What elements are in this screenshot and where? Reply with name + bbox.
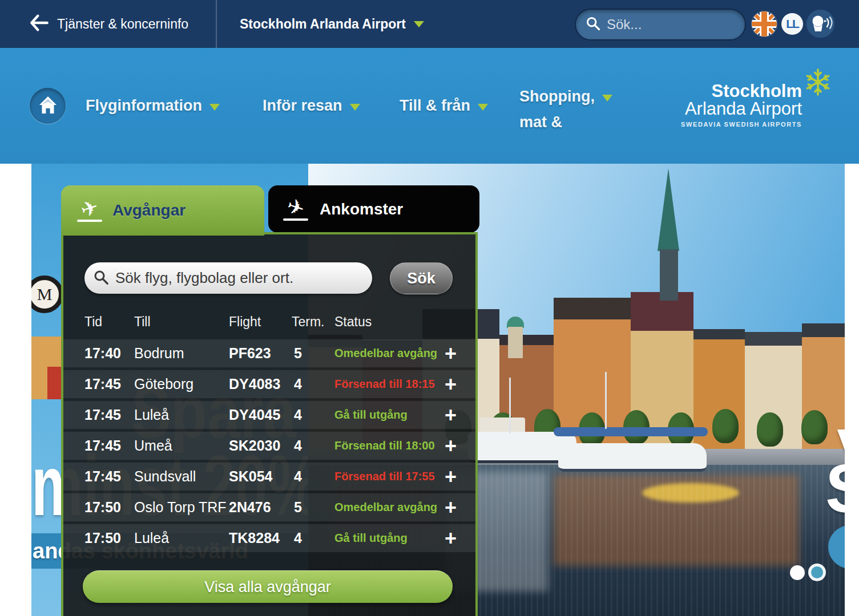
boat-canopy: [554, 427, 708, 436]
expand-plus-icon[interactable]: +: [445, 339, 457, 367]
logo-line2: Arlanda Airport: [681, 100, 802, 118]
flight-status: Gå till utgång: [334, 401, 408, 429]
nav-label: Shopping,: [519, 88, 595, 106]
col-till: Till: [134, 314, 151, 330]
chevron-down-icon: [414, 21, 424, 27]
airport-logo[interactable]: Stockholm Arlanda Airport SWEDAVIA SWEDI…: [681, 82, 802, 128]
flight-term: 4: [294, 370, 302, 398]
small-tower: [507, 317, 524, 328]
flight-time: 17:50: [84, 493, 121, 521]
col-term: Term.: [292, 314, 325, 330]
expand-plus-icon[interactable]: +: [445, 463, 457, 491]
flight-dest: Oslo Torp TRF: [134, 493, 227, 521]
flight-number: PF623: [229, 339, 271, 367]
departures-panel: Sök Tid Till Flight Term. Status 17:40 B…: [61, 232, 478, 616]
table-row: 17:50 Luleå TK8284 4 Gå till utgång +: [63, 524, 475, 552]
flight-status: Gå till utgång: [334, 524, 408, 552]
site-search: [575, 9, 746, 40]
expand-plus-icon[interactable]: +: [445, 524, 457, 552]
site-search-input[interactable]: [607, 17, 732, 33]
corporate-info-label: Tjänster & koncerninfo: [57, 17, 188, 32]
corporate-info-link[interactable]: Tjänster & koncerninfo: [30, 0, 188, 48]
tab-departures-label: Avgångar: [112, 201, 185, 220]
flight-number: TK8284: [229, 524, 280, 552]
flight-number: DY4045: [229, 401, 280, 429]
nav-label: Inför resan: [263, 97, 342, 115]
flight-search-input[interactable]: [115, 269, 355, 287]
carousel-dot-1[interactable]: [790, 565, 805, 580]
table-header: Tid Till Flight Term. Status: [63, 314, 475, 335]
topbar-divider: [216, 0, 217, 48]
main-nav-bar: Flyginformation Inför resan Till & från …: [0, 48, 859, 164]
tab-departures[interactable]: ✈ Avgångar: [61, 185, 264, 236]
flight-time: 17:45: [84, 432, 121, 460]
search-icon: [92, 269, 110, 288]
flight-dest: Bodrum: [134, 339, 184, 367]
nav-item-flyginformation[interactable]: Flyginformation: [86, 97, 220, 115]
flight-term: 4: [294, 463, 302, 491]
nav-label: Till & från: [400, 97, 470, 115]
flight-dest: Luleå: [134, 524, 169, 552]
flight-status: Försenad till 18:00: [334, 432, 435, 460]
airport-selector[interactable]: Stockholm Arlanda Airport: [240, 0, 424, 48]
plane-landing-icon: ✈: [281, 198, 310, 221]
home-button[interactable]: [30, 88, 66, 124]
snowflake-logo-icon: [804, 67, 832, 99]
flight-term: 4: [294, 432, 302, 460]
expand-plus-icon[interactable]: +: [445, 493, 457, 521]
col-status: Status: [334, 314, 372, 330]
carousel-dot-2-active[interactable]: [808, 564, 826, 581]
top-bar: Tjänster & koncerninfo Stockholm Arlanda…: [0, 0, 859, 48]
col-tid: Tid: [84, 314, 102, 330]
nav-item-till-fran[interactable]: Till & från: [400, 97, 488, 115]
table-row: 17:45 Luleå DY4045 4 Gå till utgång +: [63, 401, 475, 429]
flight-number: SK054: [229, 463, 272, 491]
logo-line1: Stockholm: [681, 82, 802, 100]
flight-search-button[interactable]: Sök: [390, 262, 453, 294]
tab-arrivals[interactable]: ✈ Ankomster: [268, 185, 479, 233]
airport-selector-label: Stockholm Arlanda Airport: [240, 17, 406, 32]
plane-takeoff-icon: ✈: [75, 199, 104, 222]
nav-label: mat &: [519, 114, 562, 131]
promo-clock-image: M: [31, 275, 63, 313]
listen-speech-icon[interactable]: [806, 10, 834, 38]
table-row: 17:45 Sundsvall SK054 4 Försenad till 17…: [63, 463, 475, 491]
nav-label: Flyginformation: [86, 97, 202, 115]
chevron-down-icon: [209, 104, 220, 111]
flight-status: Omedelbar avgång: [334, 339, 437, 367]
flight-dest: Luleå: [134, 401, 169, 429]
flight-dest: Sundsvall: [134, 463, 196, 491]
boat: [558, 443, 707, 472]
col-flight: Flight: [229, 314, 261, 330]
flight-number: 2N476: [229, 493, 271, 521]
back-arrow-icon: [30, 14, 49, 34]
flight-term: 4: [294, 524, 302, 552]
flight-number: DY4083: [229, 370, 280, 398]
chevron-down-icon: [478, 104, 488, 111]
flight-status: Försenad till 18:15: [334, 370, 435, 398]
flight-dest: Umeå: [134, 432, 172, 460]
flight-time: 17:50: [84, 524, 121, 552]
table-row: 17:50 Oslo Torp TRF 2N476 5 Omedelbar av…: [63, 493, 475, 521]
flight-rows: 17:40 Bodrum PF623 5 Omedelbar avgång + …: [63, 339, 475, 555]
next-slide-letter-s: S: [825, 449, 845, 528]
chevron-down-icon: [602, 95, 612, 102]
promo-product-image: [47, 367, 62, 399]
nav-item-infor-resan[interactable]: Inför resan: [263, 97, 360, 115]
flight-term: 4: [294, 401, 302, 429]
search-icon: [585, 15, 601, 34]
nav-item-shopping-mat[interactable]: Shopping, mat &: [519, 88, 612, 131]
flight-time: 17:40: [84, 339, 121, 367]
expand-plus-icon[interactable]: +: [445, 401, 457, 429]
language-uk-flag-icon[interactable]: [752, 11, 777, 37]
show-all-departures-button[interactable]: Visa alla avgångar: [83, 570, 453, 603]
expand-plus-icon[interactable]: +: [445, 432, 457, 460]
flight-search: [84, 262, 372, 294]
table-row: 17:45 Umeå SK2030 4 Försenad till 18:00 …: [63, 432, 475, 460]
flight-time: 17:45: [84, 401, 121, 429]
flight-time: 17:45: [84, 463, 121, 491]
easy-read-icon[interactable]: LL: [781, 13, 803, 35]
table-row: 17:45 Göteborg DY4083 4 Försenad till 18…: [63, 370, 475, 398]
flight-status: Omedelbar avgång: [334, 493, 437, 521]
expand-plus-icon[interactable]: +: [445, 370, 457, 398]
